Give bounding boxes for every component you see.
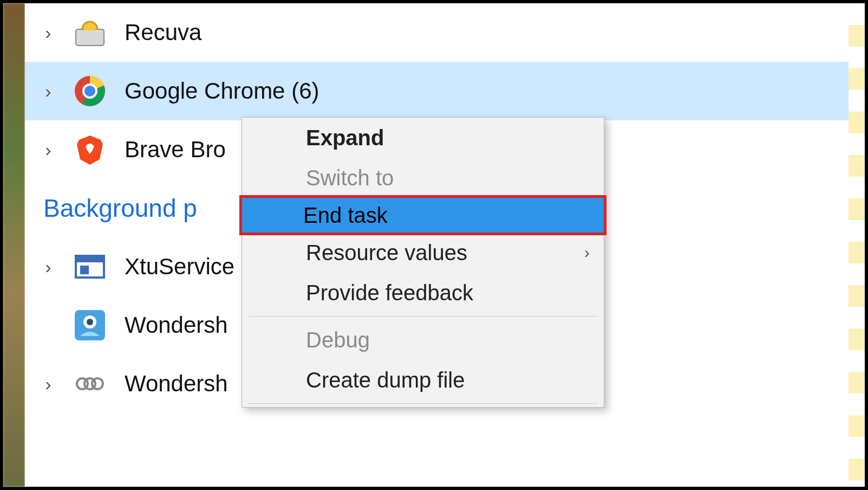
chevron-right-icon[interactable]: › (41, 25, 55, 40)
menu-separator (249, 403, 597, 404)
process-row-recuva[interactable]: › Recuva (25, 3, 849, 62)
svg-point-10 (87, 319, 93, 325)
desktop-sliver-left (3, 3, 25, 487)
menu-item-resource-values[interactable]: Resource values › (242, 233, 604, 273)
chevron-right-icon: › (584, 243, 590, 262)
wondershare-alt-icon (73, 366, 107, 401)
task-manager-crop: › Recuva › (0, 0, 868, 490)
context-menu: Expand Switch to End task Resource value… (242, 117, 604, 408)
svg-rect-7 (80, 266, 89, 274)
window-icon (73, 249, 107, 284)
svg-point-13 (92, 378, 103, 389)
process-name: XtuService (125, 254, 234, 280)
svg-rect-1 (84, 26, 95, 30)
menu-item-end-task[interactable]: End task (239, 195, 606, 235)
process-name: Recuva (125, 20, 201, 46)
column-edge-right (849, 3, 865, 487)
menu-item-expand[interactable]: Expand (242, 118, 604, 158)
svg-rect-0 (76, 29, 104, 46)
process-name: Wondersh (125, 371, 228, 397)
process-name: Wondersh (125, 312, 228, 338)
wondershare-icon (73, 308, 107, 343)
process-name: Brave Bro (125, 137, 226, 163)
svg-point-4 (84, 86, 95, 96)
chevron-right-icon[interactable]: › (41, 377, 55, 391)
chevron-right-icon[interactable]: › (41, 143, 55, 157)
process-row-chrome[interactable]: › Google Chrome (6) (25, 62, 849, 120)
chrome-icon (73, 74, 107, 108)
svg-rect-6 (76, 256, 104, 262)
recuva-icon (73, 15, 107, 50)
menu-separator (249, 316, 597, 317)
brave-icon (73, 132, 107, 167)
menu-item-provide-feedback[interactable]: Provide feedback (242, 273, 604, 313)
menu-item-debug: Debug (242, 320, 604, 360)
menu-item-create-dump[interactable]: Create dump file (242, 360, 604, 400)
chevron-right-icon[interactable]: › (41, 260, 55, 274)
process-name: Google Chrome (6) (125, 78, 319, 104)
menu-item-switch-to: Switch to (242, 158, 604, 198)
chevron-right-icon[interactable]: › (41, 84, 55, 98)
